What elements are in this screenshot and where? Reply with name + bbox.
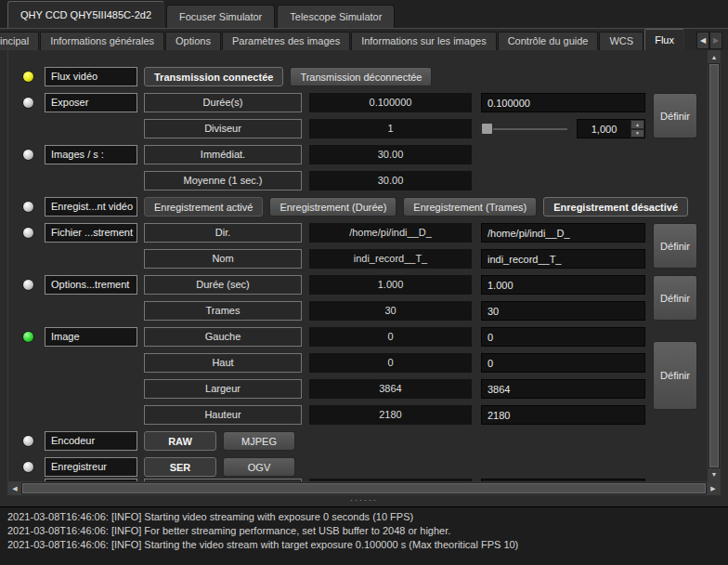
property-label-record-file: Fichier ...strement [45,223,137,243]
property-label-frame: Image [45,327,137,347]
tab-scroll-buttons: ◀ ▶ [696,32,722,49]
recorder-ser-button[interactable]: SER [144,457,216,477]
frame-top-input[interactable] [481,353,645,373]
tab-group-wcs[interactable]: WCS [599,32,644,50]
field-label-frame-top: Haut [144,353,302,373]
status-led-record-options [22,279,34,291]
status-led-video-stream [22,71,34,83]
field-label-fps-instant: Immédiat. [144,145,302,164]
divisor-current-value: 1 [309,119,472,138]
property-label-recorder: Enregistreur [45,457,137,477]
frame-left-input[interactable] [481,327,645,347]
field-label-frame-height: Hauteur [144,405,302,425]
divisor-spinbox-input[interactable] [578,120,630,138]
record-off-button[interactable]: Enregistrement désactivé [543,197,688,217]
panel-vertical-scrollbar[interactable]: ▲ ▼ [708,50,721,481]
duration-input[interactable] [481,93,645,112]
fps-instant-value: 30.00 [309,145,472,164]
group-record-options: Options...trement Durée (sec) 1.000 Tram… [8,275,720,321]
tab-group-informations-generales[interactable]: Informations générales [40,32,164,50]
field-label-record-name: Nom [144,249,302,269]
record-name-current-value: indi_record__T_ [309,249,472,269]
tab-scroll-left-icon[interactable]: ◀ [696,32,709,49]
field-label-frame-width: Largeur [144,379,302,399]
group-record-file: Fichier ...strement Dir. /home/pi/indi__… [8,223,720,269]
clipped-property-label [45,479,137,481]
property-label-video-stream: Flux vidéo [45,67,137,86]
tab-group-options[interactable]: Options [165,32,221,50]
splitter-handle[interactable]: ······ [0,495,728,506]
log-line: 2021-03-08T16:46:06: [INFO] Starting the… [7,538,721,552]
horizontal-scrollbar-thumb[interactable] [22,483,706,493]
status-led-encoder [22,435,34,447]
scroll-down-icon[interactable]: ▼ [708,468,720,480]
exposure-set-button[interactable]: Définir [653,93,697,138]
spin-down-icon[interactable]: ▼ [630,129,644,138]
stream-on-button[interactable]: Transmission connectée [144,67,283,86]
record-on-button[interactable]: Enregistrement activé [144,197,263,217]
property-label-record-stream: Enregist...nt vidéo [45,197,137,217]
encoder-mjpeg-button[interactable]: MJPEG [223,431,295,451]
status-led-recorder [22,461,34,473]
group-recorder: Enregistreur SER OGV [8,457,720,477]
tab-device-telescope-simulator[interactable]: Telescope Simulator [277,5,395,28]
spin-up-icon[interactable]: ▲ [630,120,644,129]
group-clipped [8,479,720,481]
frame-height-current-value: 2180 [309,405,472,425]
property-label-record-options: Options...trement [45,275,137,295]
device-tab-bar: QHY CCD QHY5III485C-2d2 Focuser Simulato… [0,0,728,28]
tab-group-controle-guide[interactable]: Contrôle du guide [498,32,599,50]
frame-top-current-value: 0 [309,353,472,373]
vertical-scrollbar-thumb[interactable] [709,64,719,467]
frame-set-button[interactable]: Définir [653,341,697,410]
record-duration-current-value: 1.000 [309,275,472,295]
encoder-raw-button[interactable]: RAW [144,431,216,451]
tab-group-parametres-images[interactable]: Paramètres des images [222,32,350,50]
record-frames-button[interactable]: Enregistrement (Trames) [403,197,537,217]
field-label-record-frame-total: Trames [144,301,302,321]
divisor-slider[interactable] [481,119,569,138]
panel-horizontal-scrollbar[interactable]: ◀ ▶ [7,481,721,495]
group-video-stream: Flux vidéo Transmission connectée Transm… [8,67,720,86]
scroll-left-icon[interactable]: ◀ [8,482,21,494]
frame-left-current-value: 0 [309,327,472,347]
tab-group-principal[interactable]: e principal [0,32,39,50]
record-duration-button[interactable]: Enregistrement (Durée) [269,197,396,217]
tab-device-qhy-ccd[interactable]: QHY CCD QHY5III485C-2d2 [7,1,164,28]
record-frame-total-input[interactable] [481,301,645,321]
divisor-slider-groove [483,128,567,130]
recorder-ogv-button[interactable]: OGV [223,457,295,477]
tab-device-focuser-simulator[interactable]: Focuser Simulator [166,5,275,28]
divisor-slider-handle[interactable] [481,123,493,135]
field-label-divisor: Diviseur [144,119,302,138]
stream-properties-panel: Flux vidéo Transmission connectée Transm… [7,50,721,481]
clipped-field-input [481,479,645,481]
record-options-set-button[interactable]: Définir [653,275,697,321]
stream-off-button[interactable]: Transmission déconnectée [290,67,432,86]
clipped-field-label [144,479,302,481]
field-label-frame-left: Gauche [144,327,302,347]
record-name-input[interactable] [481,249,645,269]
group-tab-bar: e principal Informations générales Optio… [0,28,728,50]
record-file-set-button[interactable]: Définir [653,223,697,269]
status-led-record-stream [22,201,34,213]
group-streaming-exposure: Exposer Durée(s) 0.100000 Diviseur 1 ▲ ▼… [8,93,720,138]
scroll-up-icon[interactable]: ▲ [708,51,720,63]
status-led-fps [22,149,34,161]
record-duration-input[interactable] [481,275,645,295]
frame-height-input[interactable] [481,405,645,425]
tab-group-flux[interactable]: Flux [644,29,684,50]
group-encoder: Encodeur RAW MJPEG [8,431,720,451]
tab-scroll-right-icon[interactable]: ▶ [709,32,722,49]
duration-current-value: 0.100000 [309,93,472,112]
status-led-frame [22,331,34,343]
status-led-exposure [22,97,34,109]
group-frame: Image Gauche 0 Haut 0 Largeur 3864 Haute… [8,327,720,425]
scroll-right-icon[interactable]: ▶ [707,482,720,494]
record-dir-input[interactable] [481,223,645,243]
tab-group-informations-images[interactable]: Informations sur les images [351,32,497,50]
clipped-field-value [309,479,472,481]
log-line: 2021-03-08T16:46:06: [INFO] For better s… [7,524,721,538]
divisor-spinbox: ▲ ▼ [577,119,645,138]
frame-width-input[interactable] [481,379,645,399]
